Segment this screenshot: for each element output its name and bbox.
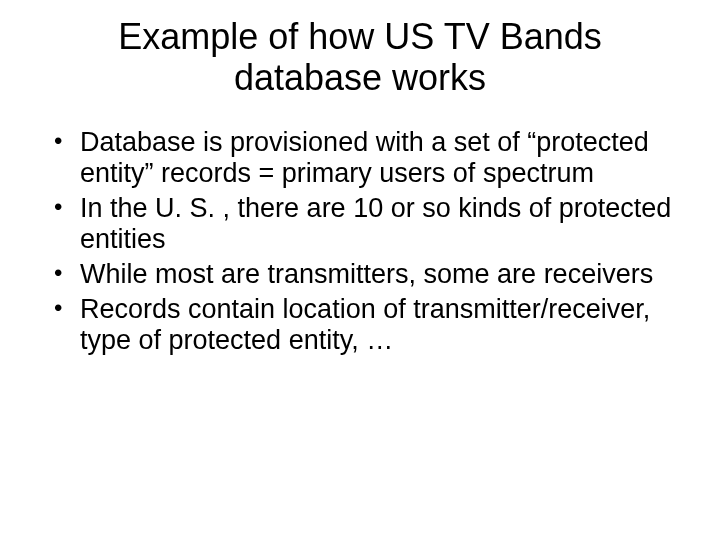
list-item: In the U. S. , there are 10 or so kinds … — [54, 193, 680, 255]
list-item: Records contain location of transmitter/… — [54, 294, 680, 356]
list-item: Database is provisioned with a set of “p… — [54, 127, 680, 189]
bullet-list: Database is provisioned with a set of “p… — [54, 127, 680, 356]
list-item: While most are transmitters, some are re… — [54, 259, 680, 290]
slide-title: Example of how US TV Bands database work… — [40, 16, 680, 99]
slide: Example of how US TV Bands database work… — [0, 0, 720, 540]
